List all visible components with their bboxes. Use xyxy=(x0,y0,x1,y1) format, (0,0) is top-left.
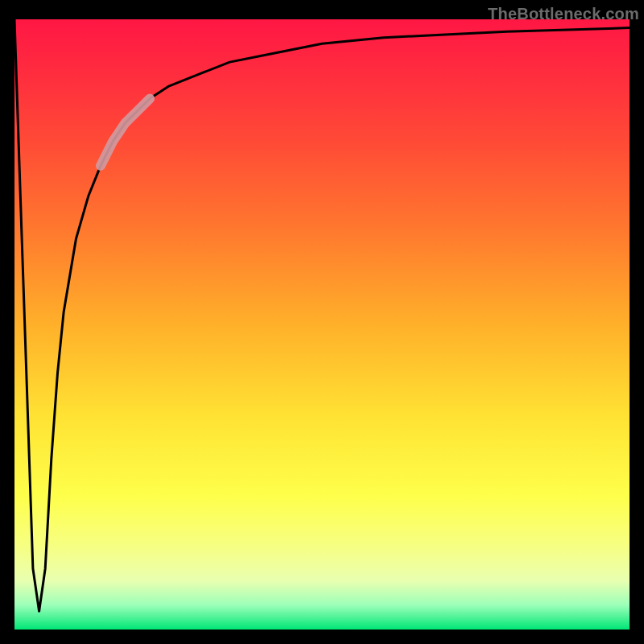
watermark-text: TheBottleneck.com xyxy=(488,5,639,23)
plot-background xyxy=(14,19,630,630)
chart-frame: TheBottleneck.com xyxy=(0,0,644,644)
